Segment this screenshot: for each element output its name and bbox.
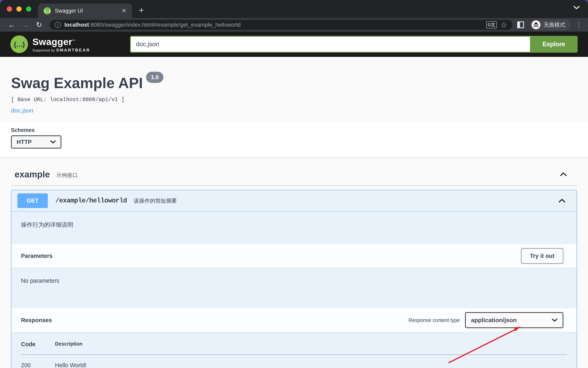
schemes-section: Schemes HTTP	[0, 122, 588, 157]
response-row-200: 200 Hello World!	[21, 355, 567, 368]
response-content-type-label: Response content type	[409, 317, 460, 323]
incognito-icon	[532, 20, 540, 29]
translate-icon[interactable]: G文	[486, 21, 497, 28]
base-url: [ Base URL: localhost:8080/api/v1 ]	[11, 97, 577, 103]
close-window-button[interactable]	[7, 6, 12, 12]
supported-by-text: Supported by	[32, 48, 56, 52]
api-version-badge: 1.0	[146, 72, 163, 83]
responses-header: Responses Response content type applicat…	[11, 308, 577, 332]
parameters-title: Parameters	[21, 253, 53, 259]
parameters-body: No parameters	[11, 268, 577, 308]
incognito-badge: 无痕模式	[530, 19, 570, 30]
swagger-topbar: {…} Swagger™ Supported by SMARTBEAR Expl…	[0, 32, 588, 57]
bookmark-star-icon[interactable]: ☆	[500, 20, 507, 29]
site-info-icon[interactable]: i	[55, 22, 61, 28]
schemes-select[interactable]: HTTP	[11, 135, 61, 148]
browser-toolbar: ← → ↻ i localhost:8080/swagger/index.htm…	[0, 18, 588, 32]
reload-button[interactable]: ↻	[33, 21, 45, 29]
operation-description: 操作行为的详细说明	[11, 212, 577, 244]
url-host: localhost	[64, 22, 89, 28]
tag-name: example	[15, 169, 50, 179]
api-info-section: Swag Example API1.0 [ Base URL: localhos…	[0, 57, 588, 122]
schemes-selected-value: HTTP	[17, 139, 32, 145]
schemes-label: Schemes	[11, 127, 577, 133]
content-type-selected-value: application/json	[471, 317, 517, 323]
swagger-page: Swag Example API1.0 [ Base URL: localhos…	[0, 57, 588, 368]
response-content-type-select[interactable]: application/json	[465, 312, 563, 328]
try-it-out-button[interactable]: Try it out	[521, 248, 563, 264]
smartbear-text: SMARTBEAR	[56, 48, 90, 52]
no-parameters-text: No parameters	[21, 277, 59, 284]
parameters-header: Parameters Try it out	[11, 244, 577, 268]
spec-url-input[interactable]	[130, 36, 530, 53]
tab-close-icon[interactable]: ✕	[122, 8, 126, 14]
brand-text: Swagger	[32, 37, 72, 47]
http-method-badge: GET	[18, 193, 48, 208]
browser-menu-icon[interactable]: ⋮	[576, 21, 582, 29]
operation-block-get-helloworld: GET /example/helloworld 该操作的简短摘要 操作行为的详细…	[11, 190, 577, 368]
zoom-window-button[interactable]	[26, 6, 31, 12]
chevron-down-icon	[50, 140, 56, 144]
tag-description: 示例接口	[56, 172, 78, 179]
spec-url-form: Explore	[130, 36, 578, 53]
explore-button[interactable]: Explore	[530, 36, 578, 53]
operation-summary-text: 该操作的简短摘要	[134, 197, 177, 204]
operation-summary[interactable]: GET /example/helloworld 该操作的简短摘要	[11, 190, 577, 212]
browser-tab[interactable]: {…} Swagger UI ✕	[38, 4, 132, 18]
response-description: Hello World!	[55, 362, 86, 368]
responses-table-header: Code Description	[21, 341, 567, 355]
operation-path: /example/helloworld	[55, 197, 127, 204]
description-column-header: Description	[55, 341, 83, 348]
response-code: 200	[21, 362, 55, 368]
responses-table: Code Description 200 Hello World!	[11, 332, 577, 368]
responses-title: Responses	[21, 317, 52, 323]
url-path: :8080/swagger/index.html#/example/get_ex…	[89, 22, 241, 28]
tag-collapse-chevron-icon[interactable]	[559, 172, 567, 177]
tab-title: Swagger UI	[55, 8, 118, 14]
chevron-down-icon	[552, 318, 557, 322]
forward-button[interactable]: →	[20, 21, 31, 29]
address-bar[interactable]: i localhost:8080/swagger/index.html#/exa…	[50, 20, 512, 30]
swagger-brand: Swagger™ Supported by SMARTBEAR	[32, 36, 90, 53]
operation-collapse-chevron-icon[interactable]	[558, 199, 566, 203]
new-tab-button[interactable]: +	[139, 5, 144, 15]
back-button[interactable]: ←	[6, 21, 18, 29]
tab-list-chevron-icon[interactable]	[573, 5, 580, 9]
spec-doc-link[interactable]: doc.json	[11, 107, 33, 114]
tag-section: example 示例接口 GET /example/helloworld 该操作…	[0, 157, 588, 368]
side-panel-icon[interactable]	[517, 21, 524, 28]
tag-header[interactable]: example 示例接口	[11, 166, 577, 186]
traffic-lights	[7, 6, 31, 12]
minimize-window-button[interactable]	[16, 6, 22, 12]
code-column-header: Code	[21, 341, 55, 348]
api-title: Swag Example API	[11, 74, 143, 92]
brand-tm: ™	[72, 39, 75, 42]
swagger-logo-icon: {…}	[10, 36, 28, 53]
tab-strip: {…} Swagger UI ✕ +	[0, 0, 588, 18]
incognito-label: 无痕模式	[544, 21, 565, 28]
url-text[interactable]: localhost:8080/swagger/index.html#/examp…	[64, 22, 483, 28]
swagger-favicon-icon: {…}	[44, 7, 51, 14]
browser-window: {…} Swagger UI ✕ + ← → ↻ i localhost:808…	[0, 0, 588, 368]
